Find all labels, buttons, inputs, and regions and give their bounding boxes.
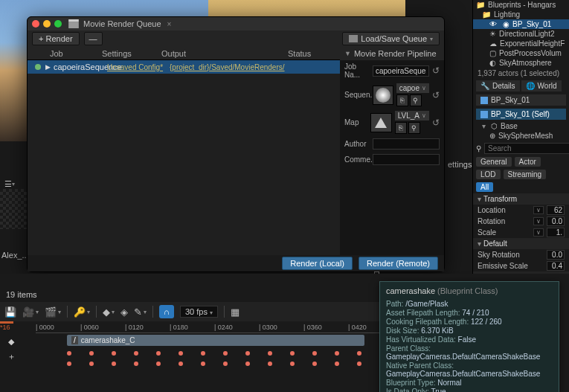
chevron-down-icon[interactable]: ▾ xyxy=(482,122,486,130)
job-config-link[interactable]: Unsaved Config* xyxy=(107,63,167,71)
axis-select[interactable]: ∨ xyxy=(533,217,544,225)
reset-icon[interactable]: ↺ xyxy=(432,65,440,76)
keyframe-icon[interactable] xyxy=(112,351,116,356)
maximize-icon[interactable] xyxy=(54,20,62,28)
find-icon[interactable]: ⚲ xyxy=(408,122,420,134)
keyframe-icon[interactable] xyxy=(312,351,317,356)
numeric-field[interactable]: 0.0 xyxy=(547,250,565,260)
col-output[interactable]: Output xyxy=(161,49,288,58)
keyframe-icon[interactable] xyxy=(67,362,71,366)
keyframe-icon[interactable] xyxy=(245,362,250,366)
map-select[interactable]: LVL_A ∨ xyxy=(395,111,429,121)
sequence-thumbnail[interactable] xyxy=(373,86,393,105)
keyframe-icon[interactable] xyxy=(335,351,339,356)
job-name-field[interactable] xyxy=(373,65,429,77)
minimize-icon[interactable] xyxy=(43,20,51,28)
keyframe-icon[interactable] xyxy=(312,362,317,366)
keyframe-icon[interactable] xyxy=(134,351,138,356)
col-settings[interactable]: Settings xyxy=(102,49,161,58)
load-save-queue-button[interactable]: Load/Save Queue▾ xyxy=(342,32,440,45)
view-options-icon[interactable]: ▦ xyxy=(231,306,240,318)
axis-select[interactable]: ∨ xyxy=(533,206,544,214)
keyframe-row[interactable] xyxy=(22,359,379,369)
keyframe-icon[interactable] xyxy=(201,351,205,356)
pipeline-header[interactable]: ▼ Movie Render Pipeline xyxy=(340,47,444,60)
keyframe-icon[interactable] xyxy=(67,351,71,356)
section-default[interactable]: ▾Default xyxy=(473,238,569,249)
keyframe-row[interactable] xyxy=(22,348,379,359)
close-icon[interactable] xyxy=(32,20,39,28)
filter-pill[interactable]: Actor xyxy=(515,157,541,167)
keyframe-icon[interactable] xyxy=(245,351,250,356)
add-render-button[interactable]: + Render xyxy=(32,32,80,45)
keyframe-icon[interactable] xyxy=(290,362,295,366)
comment-field[interactable] xyxy=(373,154,440,165)
tree-item-mesh[interactable]: ⊕ SkySphereMesh xyxy=(473,131,569,141)
numeric-field[interactable]: 62 xyxy=(547,205,565,215)
diamond-icon[interactable]: ◆▾ xyxy=(103,306,115,318)
col-status[interactable]: Status xyxy=(288,49,340,58)
reset-icon[interactable]: ↺ xyxy=(432,90,440,100)
edit-icon[interactable]: ✎▾ xyxy=(134,306,147,318)
add-track-icon[interactable]: ＋ xyxy=(4,350,19,363)
job-row[interactable]: ▶ capoeiraSequence Unsaved Config* {proj… xyxy=(28,60,340,74)
keyframe-icon[interactable] xyxy=(223,351,228,356)
keyframe-icon[interactable] xyxy=(179,362,183,366)
clapper-icon[interactable]: 🎬▾ xyxy=(45,306,61,318)
save-icon[interactable]: 💾 xyxy=(4,306,16,318)
reset-icon[interactable]: ↺ xyxy=(432,118,440,128)
window-titlebar[interactable]: Movie Render Queue × xyxy=(28,17,444,30)
keyframe-icon[interactable] xyxy=(201,362,205,366)
numeric-field[interactable]: 1. xyxy=(547,228,565,237)
diamonds-icon[interactable]: ◈ xyxy=(120,306,128,318)
visibility-icon[interactable]: 👁 xyxy=(489,20,497,28)
settings-tab-fragment[interactable]: ettings xyxy=(448,160,472,169)
keyframe-icon[interactable] xyxy=(112,362,116,366)
tab-world[interactable]: 🌐 World xyxy=(521,80,562,91)
tab-close-icon[interactable]: × xyxy=(167,20,172,28)
chevron-right-icon[interactable]: ▶ xyxy=(45,63,51,71)
actor-header[interactable]: BP_Sky_01 xyxy=(476,94,566,106)
tree-item-base[interactable]: ▾⬡ Base xyxy=(473,121,569,131)
camera-icon[interactable]: 🎥▾ xyxy=(22,306,39,318)
component-self[interactable]: BP_Sky_01 (Self) xyxy=(476,109,566,120)
details-search-input[interactable] xyxy=(484,143,569,154)
filter-button[interactable]: ☰▾ xyxy=(0,176,19,191)
keyframe-icon[interactable] xyxy=(89,362,94,366)
keyframe-icon[interactable] xyxy=(268,362,272,366)
find-icon[interactable]: ⚲ xyxy=(410,94,422,106)
tab-details[interactable]: 🔧 Details xyxy=(476,80,520,91)
chevron-down-icon[interactable]: ▼ xyxy=(344,50,351,57)
author-field[interactable] xyxy=(373,138,440,150)
keyframe-icon[interactable] xyxy=(134,362,138,366)
keyframe-icon[interactable] xyxy=(290,351,295,356)
keyframe-icon[interactable] xyxy=(156,362,161,366)
keyframe-icon[interactable] xyxy=(179,351,183,356)
render-local-button[interactable]: Render (Local) xyxy=(282,257,353,270)
keyframe-toggle-icon[interactable]: ◆ xyxy=(4,335,19,348)
outliner-item[interactable]: ☁ ExponentialHeightF xyxy=(473,39,569,48)
filter-pill[interactable]: Streaming xyxy=(504,170,547,179)
key-icon[interactable]: 🔑▾ xyxy=(74,306,90,318)
snap-toggle[interactable]: ∩ xyxy=(159,305,174,318)
keyframe-icon[interactable] xyxy=(357,362,361,366)
filter-pill[interactable]: LOD xyxy=(476,170,501,179)
keyframe-icon[interactable] xyxy=(268,351,272,356)
keyframe-icon[interactable] xyxy=(357,351,361,356)
render-remote-button[interactable]: Render (Remote) xyxy=(359,257,438,270)
browse-icon[interactable]: ⎘ xyxy=(395,122,407,134)
sequence-select[interactable]: capoe ∨ xyxy=(396,83,429,93)
track-row[interactable]: /camerashake_C xyxy=(22,333,379,347)
outliner-item[interactable]: 📁 Blueprints - Hangars xyxy=(473,0,569,10)
outliner-item[interactable]: 📁 Lighting xyxy=(473,10,569,19)
map-thumbnail[interactable] xyxy=(370,113,392,132)
job-output-link[interactable]: {project_dir}/Saved/MovieRenders/ xyxy=(167,63,308,71)
outliner-item[interactable]: ☀ DirectionalLight2 xyxy=(473,29,569,39)
browse-icon[interactable]: ⎘ xyxy=(396,94,408,106)
outliner-item[interactable]: 👁◉ BP_Sky_01 xyxy=(473,19,569,29)
clip-camerashake[interactable]: /camerashake_C xyxy=(67,335,364,346)
numeric-field[interactable]: 0.0 xyxy=(547,216,565,226)
keyframe-icon[interactable] xyxy=(223,362,228,366)
section-transform[interactable]: ▾Transform xyxy=(473,193,569,205)
keyframe-icon[interactable] xyxy=(89,351,94,356)
